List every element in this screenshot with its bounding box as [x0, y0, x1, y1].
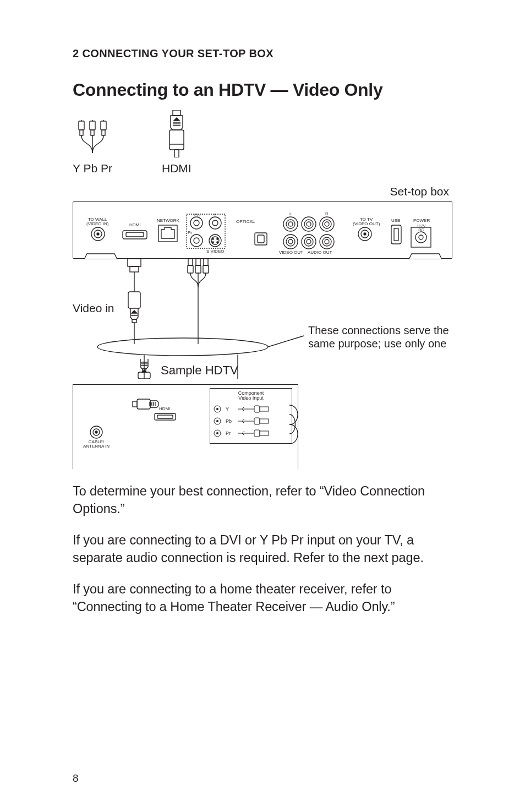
svg-point-49: [288, 239, 293, 244]
svg-point-80: [97, 338, 268, 356]
svg-rect-113: [260, 431, 269, 435]
port-audio-out: AUDIO OUT: [308, 250, 332, 255]
paragraph-1: To determine your best connection, refer…: [73, 482, 452, 518]
svg-marker-68: [132, 310, 136, 313]
svg-rect-94: [157, 415, 173, 418]
svg-rect-74: [204, 259, 208, 265]
svg-rect-73: [196, 259, 200, 265]
svg-point-33: [217, 238, 218, 239]
svg-rect-109: [254, 418, 260, 424]
svg-point-107: [216, 420, 218, 422]
stb-rear-panel: TO WALL (VIDEO IN) HDMI NETWORK Pb Y Pr …: [73, 201, 452, 259]
port-svideo: S VIDEO: [206, 249, 224, 254]
jack-icon: [214, 417, 221, 425]
svg-point-38: [283, 217, 298, 231]
connection-note: These connections serve the same purpose…: [308, 324, 451, 350]
port-pr: Pr: [188, 231, 192, 235]
svg-point-27: [190, 235, 203, 247]
svg-point-25: [209, 217, 221, 229]
svg-rect-16: [174, 150, 179, 157]
page-title: Connecting to an HDTV — Video Only: [73, 80, 452, 100]
sample-hdtv-label: Sample HDTV: [161, 363, 238, 378]
svg-point-32: [212, 238, 214, 239]
port-video-out: VIDEO OUT: [279, 250, 303, 255]
svg-rect-65: [130, 266, 139, 272]
svg-rect-103: [260, 407, 269, 411]
hdtv-component-box: Component Video Input Y Pb Pr: [210, 388, 292, 444]
svg-rect-4: [101, 121, 106, 130]
hdtv-cable-antenna: CABLE/ ANTENNA IN: [83, 440, 110, 449]
svg-rect-2: [90, 121, 95, 130]
svg-point-30: [209, 235, 221, 247]
svg-point-40: [288, 222, 293, 226]
svg-rect-67: [128, 292, 140, 308]
svg-point-26: [212, 220, 218, 226]
svg-point-48: [286, 237, 295, 246]
svg-point-62: [415, 232, 426, 243]
jack-icon: [214, 429, 221, 437]
port-pb: Pb: [194, 213, 200, 217]
port-usb: USB: [391, 219, 400, 223]
svg-rect-72: [188, 259, 193, 265]
port-to-wall: TO WALL (VIDEO IN): [86, 217, 108, 226]
svg-rect-95: [133, 401, 137, 407]
svg-rect-7: [91, 130, 94, 135]
svg-rect-0: [79, 121, 84, 130]
hdtv-hdmi-label: HDMI: [159, 407, 170, 411]
svg-rect-14: [169, 130, 184, 150]
port-to-tv: TO TV (VIDEO OUT): [353, 217, 380, 226]
port-dc: +12V DC: [417, 224, 426, 232]
svg-rect-64: [128, 259, 141, 266]
jack-pb-label: Pb: [226, 418, 233, 424]
rca-plug-icon: [238, 417, 271, 426]
svg-point-24: [194, 220, 199, 226]
hdmi-label: HDMI: [162, 162, 192, 175]
svg-point-31: [211, 237, 219, 244]
svg-point-39: [286, 220, 295, 228]
svg-point-45: [322, 220, 331, 228]
svg-point-63: [419, 235, 423, 239]
paragraph-3: If you are connecting to a home theater …: [73, 580, 452, 616]
page-number: 8: [73, 772, 79, 784]
svg-rect-36: [255, 233, 267, 245]
svg-point-102: [216, 408, 218, 410]
component-title: Component Video Input: [214, 391, 288, 401]
svg-rect-21: [126, 232, 144, 237]
rca-plug-icon: [238, 405, 271, 413]
svg-rect-60: [394, 228, 398, 241]
port-hdmi: HDMI: [129, 223, 140, 227]
svg-point-54: [322, 237, 331, 246]
jack-y-label: Y: [226, 406, 233, 412]
svg-point-35: [217, 242, 218, 243]
svg-point-19: [97, 233, 99, 235]
jack-pr-label: Pr: [226, 430, 233, 436]
ypbpr-cable-icon: Y Pb Pr: [73, 120, 112, 175]
svg-point-50: [302, 235, 316, 249]
svg-point-44: [320, 217, 334, 231]
port-y: Y: [214, 213, 216, 217]
stb-caption: Set-top box: [73, 185, 452, 198]
svg-point-46: [325, 222, 329, 226]
port-l: L: [289, 212, 292, 216]
svg-point-53: [320, 235, 334, 249]
svg-rect-93: [155, 413, 176, 420]
paragraph-2: If you are connecting to a DVI or Y Pb P…: [73, 531, 452, 567]
svg-rect-77: [203, 265, 209, 273]
svg-marker-100: [150, 402, 151, 406]
cable-bundle-icon: [289, 400, 306, 449]
svg-point-58: [364, 233, 366, 235]
jack-icon: [214, 405, 221, 413]
svg-rect-75: [188, 265, 193, 273]
ypbpr-label: Y Pb Pr: [73, 162, 112, 175]
svg-point-51: [304, 237, 313, 246]
section-label: 2 CONNECTING YOUR SET-TOP BOX: [73, 47, 452, 60]
rca-plug-icon: [238, 429, 271, 438]
port-r: R: [325, 212, 329, 216]
port-network: NETWORK: [157, 219, 179, 223]
svg-rect-9: [173, 110, 181, 116]
svg-point-112: [216, 432, 218, 434]
svg-line-81: [268, 336, 304, 347]
svg-rect-59: [391, 225, 401, 244]
svg-point-43: [307, 222, 311, 226]
svg-point-92: [95, 431, 97, 433]
